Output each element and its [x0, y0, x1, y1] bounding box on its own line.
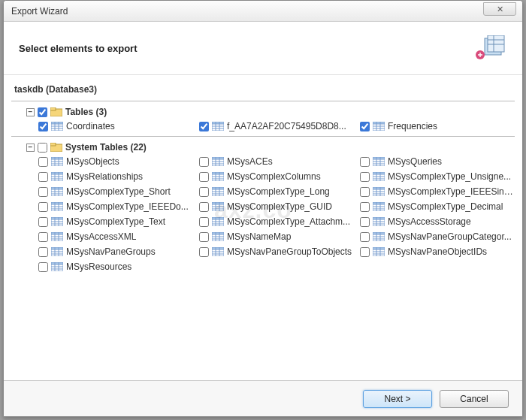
- table-item[interactable]: f_AA7A2AF20C75495D8D8...: [199, 119, 354, 133]
- system-tables-group-row[interactable]: − System Tables (22): [25, 140, 515, 155]
- collapse-icon[interactable]: −: [26, 108, 35, 116]
- system-group-checkbox[interactable]: [38, 143, 47, 153]
- table-checkbox[interactable]: [360, 247, 370, 257]
- folder-icon: [50, 107, 62, 117]
- svg-rect-59: [373, 172, 385, 174]
- table-checkbox[interactable]: [199, 122, 209, 131]
- table-icon: [212, 171, 224, 182]
- tables-group-row[interactable]: − Tables (3): [25, 104, 515, 119]
- table-item[interactable]: MSysAccessXML: [38, 230, 193, 243]
- svg-rect-53: [212, 172, 224, 174]
- table-icon: [373, 171, 385, 182]
- svg-rect-155: [51, 262, 63, 264]
- svg-rect-77: [373, 187, 385, 189]
- wizard-header: Select elements to export: [4, 22, 522, 75]
- table-checkbox[interactable]: [199, 247, 209, 257]
- table-item[interactable]: MSysNavPaneGroups: [38, 245, 193, 258]
- svg-rect-41: [373, 157, 385, 159]
- table-label: MSysNavPaneObjectIDs: [388, 246, 487, 257]
- table-item[interactable]: MSysComplexType_Long: [199, 185, 354, 198]
- table-item[interactable]: Coordinates: [38, 119, 193, 133]
- export-icon: [476, 35, 507, 61]
- table-checkbox[interactable]: [38, 172, 48, 182]
- collapse-icon[interactable]: −: [26, 144, 35, 152]
- table-label: MSysNavPaneGroupCategor...: [388, 231, 512, 242]
- table-item[interactable]: MSysNavPaneObjectIDs: [360, 245, 515, 258]
- table-label: MSysNavPaneGroups: [66, 246, 156, 257]
- table-item[interactable]: MSysRelationships: [38, 170, 193, 183]
- table-icon: [373, 231, 385, 242]
- table-label: MSysComplexType_Attachm...: [227, 216, 350, 227]
- table-icon: [373, 156, 385, 167]
- table-icon: [212, 246, 224, 257]
- table-checkbox[interactable]: [360, 202, 370, 212]
- svg-rect-107: [212, 217, 224, 219]
- table-checkbox[interactable]: [360, 122, 370, 131]
- table-item[interactable]: MSysComplexType_Decimal: [360, 200, 515, 213]
- table-label: MSysComplexType_Text: [66, 216, 165, 227]
- table-label: f_AA7A2AF20C75495D8D8...: [227, 121, 346, 131]
- table-item[interactable]: MSysNavPaneGroupToObjects: [199, 245, 354, 258]
- table-item[interactable]: MSysQueries: [360, 155, 515, 168]
- table-checkbox[interactable]: [38, 122, 48, 131]
- table-checkbox[interactable]: [199, 217, 209, 227]
- svg-rect-1: [488, 35, 504, 52]
- table-item[interactable]: MSysComplexType_IEEEDo...: [38, 200, 193, 213]
- table-item[interactable]: MSysComplexColumns: [199, 170, 354, 183]
- table-item[interactable]: MSysNavPaneGroupCategor...: [360, 230, 515, 243]
- table-checkbox[interactable]: [38, 262, 48, 272]
- table-item[interactable]: MSysComplexType_Attachm...: [199, 215, 354, 228]
- table-item[interactable]: MSysResources: [38, 260, 193, 273]
- table-checkbox[interactable]: [38, 232, 48, 242]
- table-checkbox[interactable]: [38, 202, 48, 212]
- cancel-button[interactable]: Cancel: [440, 390, 509, 408]
- table-checkbox[interactable]: [360, 217, 370, 227]
- table-item[interactable]: MSysObjects: [38, 155, 193, 168]
- table-checkbox[interactable]: [199, 187, 209, 197]
- table-checkbox[interactable]: [199, 172, 209, 182]
- table-checkbox[interactable]: [38, 247, 48, 257]
- table-checkbox[interactable]: [38, 187, 48, 197]
- svg-rect-71: [212, 187, 224, 189]
- table-icon: [51, 171, 63, 182]
- system-tables-grid: MSysObjectsMSysACEsMSysQueriesMSysRelati…: [38, 155, 515, 273]
- titlebar: Export Wizard ✕: [4, 1, 522, 22]
- table-icon: [373, 216, 385, 227]
- next-button[interactable]: Next >: [363, 390, 432, 408]
- table-checkbox[interactable]: [199, 157, 209, 167]
- table-icon: [51, 231, 63, 242]
- table-label: MSysAccessStorage: [388, 216, 471, 227]
- table-item[interactable]: MSysComplexType_Unsigne...: [360, 170, 515, 183]
- svg-rect-101: [51, 217, 63, 219]
- table-item[interactable]: Frequencies: [360, 119, 515, 133]
- table-item[interactable]: MSysComplexType_IEEESingle: [360, 185, 515, 198]
- table-item[interactable]: MSysComplexType_Text: [38, 215, 193, 228]
- table-icon: [212, 231, 224, 242]
- table-checkbox[interactable]: [38, 157, 48, 167]
- svg-rect-89: [212, 202, 224, 204]
- table-icon: [212, 186, 224, 197]
- table-label: MSysComplexType_Unsigne...: [388, 171, 511, 182]
- table-item[interactable]: MSysACEs: [199, 155, 354, 168]
- table-checkbox[interactable]: [199, 202, 209, 212]
- system-group-label: System Tables (22): [65, 142, 147, 153]
- close-button[interactable]: ✕: [483, 2, 516, 16]
- table-label: MSysRelationships: [66, 171, 143, 182]
- table-icon: [51, 186, 63, 197]
- svg-rect-9: [51, 122, 63, 124]
- table-checkbox[interactable]: [199, 232, 209, 242]
- table-item[interactable]: MSysNameMap: [199, 230, 354, 243]
- tables-group-checkbox[interactable]: [38, 107, 47, 117]
- table-checkbox[interactable]: [360, 232, 370, 242]
- table-icon: [212, 156, 224, 167]
- table-checkbox[interactable]: [360, 172, 370, 182]
- table-item[interactable]: MSysAccessStorage: [360, 215, 515, 228]
- table-item[interactable]: MSysComplexType_GUID: [199, 200, 354, 213]
- table-checkbox[interactable]: [360, 187, 370, 197]
- table-checkbox[interactable]: [38, 217, 48, 227]
- table-checkbox[interactable]: [360, 157, 370, 167]
- table-item[interactable]: MSysComplexType_Short: [38, 185, 193, 198]
- table-label: MSysQueries: [388, 156, 442, 167]
- table-label: MSysNavPaneGroupToObjects: [227, 246, 352, 257]
- svg-rect-21: [373, 122, 385, 124]
